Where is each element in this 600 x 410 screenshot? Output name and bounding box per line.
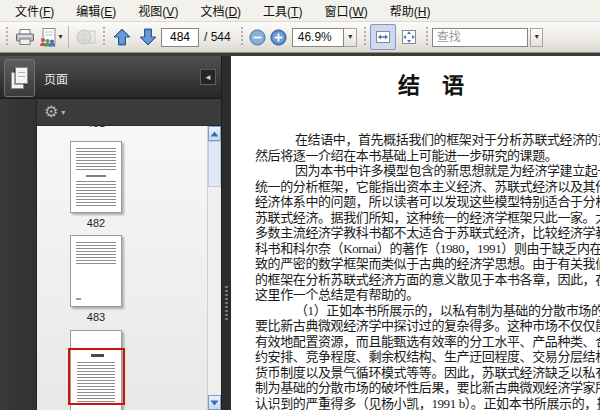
- fit-page-button[interactable]: [396, 24, 422, 50]
- toolbar: ▾: [0, 22, 600, 53]
- text-line: 科书和科尔奈（Kornai）的著作（1980，1991）则由于缺乏内在一: [255, 241, 600, 257]
- printer-icon: [14, 28, 36, 47]
- gear-icon: ⚙: [44, 104, 58, 120]
- collaborate-icon: [39, 28, 57, 47]
- next-page-button[interactable]: [135, 24, 161, 50]
- thumbnail-label-482: 482: [70, 217, 122, 229]
- text-line: 致的严密的数学框架而类似于古典的经济学思想。由于有关我们: [255, 256, 600, 272]
- navigation-pane: 页面 ◄ ⚙ ▾ 481 482: [0, 56, 221, 410]
- menu-window[interactable]: 窗口(W): [313, 0, 378, 23]
- pages-panel-tab[interactable]: [4, 59, 35, 97]
- content-area: 页面 ◄ ⚙ ▾ 481 482: [0, 53, 600, 410]
- text-line: 经济体系中的问题，所以读者可以发现这些模型特别适合于分析: [255, 194, 600, 210]
- thumbnail-page-482[interactable]: [70, 141, 122, 213]
- menu-bar: 文件(F) 编辑(E) 视图(V) 文档(D) 工具(T) 窗口(W) 帮助(H…: [0, 0, 600, 22]
- collaborate-button[interactable]: ▾: [38, 24, 64, 50]
- pages-panel-toolbar: ⚙ ▾: [37, 99, 221, 126]
- menu-file[interactable]: 文件(F): [4, 0, 65, 23]
- arrow-up-icon: [112, 27, 132, 47]
- arrow-down-icon: [138, 27, 158, 47]
- text-line: 认识到的严重得多（见杨小凯，1991 b）。正如本书所展示的，操: [255, 396, 600, 410]
- chevron-down-icon: ▾: [535, 33, 539, 41]
- zoom-level-dropdown-button[interactable]: ▾: [344, 28, 357, 47]
- thumbnail-label-481: 481: [70, 126, 122, 129]
- fit-width-icon: [374, 29, 392, 45]
- page-count-label: / 544: [204, 30, 231, 44]
- fit-page-icon: [400, 28, 418, 46]
- panel-options-button[interactable]: ⚙ ▾: [44, 104, 65, 120]
- collapse-left-icon: ◄: [204, 73, 212, 82]
- menu-document[interactable]: 文档(D): [189, 0, 252, 23]
- collapse-panel-button[interactable]: ◄: [200, 69, 216, 85]
- text-line: 这里作一个总结是有帮助的。: [255, 287, 600, 303]
- previous-page-button[interactable]: [109, 24, 135, 50]
- text-line: 因为本书中许多模型包含的新思想就是为经济学建立起一个: [255, 163, 600, 179]
- splitter-grip-icon: [225, 286, 228, 320]
- current-view-indicator[interactable]: [68, 348, 125, 405]
- menu-edit[interactable]: 编辑(E): [65, 0, 127, 23]
- text-line: 然后将逐一介绍在本书基础上可能进一步研究的课题。: [255, 148, 600, 164]
- find-input[interactable]: [432, 28, 528, 47]
- thumbnail-label-483: 483: [70, 311, 122, 323]
- menu-help[interactable]: 帮助(H): [379, 0, 442, 23]
- find-dropdown-button[interactable]: ▾: [530, 28, 543, 47]
- text-line: 多数主流经济学教科书都不太适合于苏联式经济，比较经济学教: [255, 225, 600, 241]
- thumbnail-list[interactable]: 481 482 483: [37, 126, 207, 410]
- chevron-down-icon: ▾: [61, 108, 65, 117]
- scroll-up-icon: [210, 131, 219, 137]
- thumbnail-scrollbar[interactable]: [207, 126, 221, 410]
- zoom-level-input[interactable]: 46.9%: [292, 28, 344, 47]
- chevron-down-icon: ▾: [348, 33, 352, 41]
- scroll-up-button[interactable]: [208, 126, 221, 141]
- toolbar-grip[interactable]: [102, 27, 106, 47]
- text-line: 要比新古典微观经济学中探讨过的复杂得多。这种市场不仅仅能: [255, 318, 600, 334]
- plus-circle-icon: [270, 29, 287, 46]
- menu-view[interactable]: 视图(V): [127, 0, 189, 23]
- fit-width-button[interactable]: [370, 24, 396, 50]
- text-line: 货币制度以及景气循环模式等等。因此，苏联式经济缺乏以私有: [255, 365, 600, 381]
- toolbar-grip[interactable]: [5, 27, 9, 47]
- pages-panel-header: 页面 ◄: [0, 56, 221, 99]
- text-line: 统一的分析框架，它能指出资本主义经济、苏联式经济以及其他: [255, 179, 600, 195]
- text-line: 制为基础的分散市场的破坏性后果，要比新古典微观经济学家所: [255, 380, 600, 396]
- text-line: 有效地配置资源，而且能甄选有效率的分工水平、产品种类、合: [255, 334, 600, 350]
- text-line: 约安排、竞争程度、剩余权结构、生产迂回程度、交易分层结构、: [255, 349, 600, 365]
- scroll-down-icon: [210, 400, 219, 406]
- document-page[interactable]: 结 语 在结语中，首先概括我们的框架对于分析苏联式经济的意义， 然后将逐一介绍在…: [231, 56, 600, 410]
- pdf-reader-window: 文件(F) 编辑(E) 视图(V) 文档(D) 工具(T) 窗口(W) 帮助(H…: [0, 0, 600, 410]
- page-number-input[interactable]: [161, 28, 199, 47]
- print-button[interactable]: [12, 24, 38, 50]
- share-review-button: [73, 24, 99, 50]
- pane-splitter[interactable]: [221, 56, 231, 410]
- text-line: 的框架在分析苏联式经济方面的意义散见于本书各章，因此，在: [255, 272, 600, 288]
- minus-circle-icon: [249, 29, 266, 46]
- zoom-in-button[interactable]: [270, 29, 287, 46]
- panel-tab-strip: [0, 99, 37, 410]
- text-line: （1）正如本书所展示的，以私有制为基础的分散市场的功能: [255, 303, 600, 319]
- page-body-text: 在结语中，首先概括我们的框架对于分析苏联式经济的意义， 然后将逐一介绍在本书基础…: [255, 132, 600, 410]
- page-title: 结 语: [231, 67, 600, 99]
- toolbar-grip[interactable]: [363, 27, 367, 47]
- text-line: 苏联式经济。据我们所知，这种统一的经济学框架只此一家。大: [255, 210, 600, 226]
- toolbar-grip[interactable]: [425, 27, 429, 47]
- thumbnail-page-483[interactable]: [70, 235, 122, 307]
- menu-tools[interactable]: 工具(T): [252, 0, 313, 23]
- scroll-down-button[interactable]: [208, 395, 221, 410]
- pages-panel-title: 页面: [44, 70, 68, 87]
- toolbar-grip[interactable]: [240, 27, 244, 47]
- collaborate-caret-icon: ▾: [58, 33, 62, 41]
- globe-document-icon: [76, 28, 96, 46]
- text-line: 在结语中，首先概括我们的框架对于分析苏联式经济的意义，: [255, 132, 600, 148]
- toolbar-separator: [68, 26, 69, 48]
- scrollbar-thumb[interactable]: [208, 141, 221, 187]
- zoom-out-button[interactable]: [249, 29, 266, 46]
